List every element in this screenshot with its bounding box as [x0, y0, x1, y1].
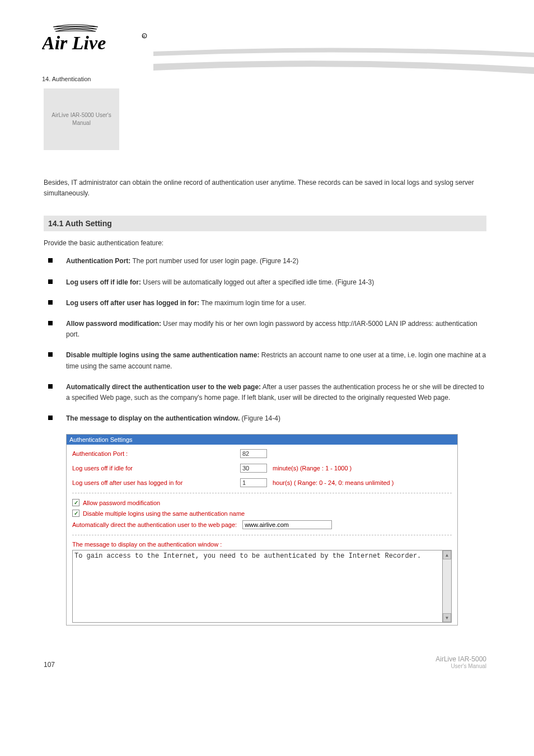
- feature-intro: Provide the basic authentication feature…: [44, 239, 486, 247]
- idle-hint: minute(s) (Range : 1 - 1000 ): [273, 465, 352, 472]
- bullet-icon: [48, 352, 53, 357]
- logged-input[interactable]: [240, 478, 267, 487]
- list-item: Allow password modification: User may mo…: [44, 319, 486, 340]
- list-item: The message to display on the authentica…: [44, 413, 486, 424]
- idle-label: Log users off if idle for: [72, 465, 240, 472]
- redirect-input[interactable]: [242, 520, 332, 529]
- logged-label: Log users off after user has logged in f…: [72, 479, 240, 486]
- msg-label: The message to display on the authentica…: [72, 541, 452, 548]
- sidebar-title-box: AirLive IAR-5000 User's Manual: [44, 88, 119, 150]
- bullet-icon: [48, 258, 53, 263]
- svg-text:Air Live: Air Live: [42, 32, 106, 53]
- bullet-icon: [48, 321, 53, 325]
- auth-port-label: Authentication Port :: [72, 450, 240, 457]
- textarea-scrollbar[interactable]: ▲ ▼: [443, 550, 452, 623]
- scroll-up-icon[interactable]: ▲: [443, 550, 451, 559]
- page-number: 107: [44, 661, 55, 669]
- list-item: Log users off if idle for: Users will be…: [44, 277, 486, 288]
- list-item: Authentication Port: The port number use…: [44, 256, 486, 267]
- footer-brand: AirLive IAR-5000: [435, 655, 486, 663]
- auth-port-input[interactable]: [240, 449, 267, 458]
- logo: Air Live R: [42, 22, 151, 56]
- bullet-icon: [48, 384, 53, 389]
- bullet-icon: [48, 416, 53, 420]
- settings-title: Authentication Settings: [67, 435, 457, 445]
- section-header: 14.1 Auth Setting: [44, 216, 486, 231]
- redirect-label: Automatically direct the authentication …: [72, 521, 237, 528]
- bullet-icon: [48, 279, 53, 284]
- list-item: Automatically direct the authentication …: [44, 382, 486, 403]
- msg-textarea[interactable]: [72, 550, 443, 623]
- allow-pwd-checkbox[interactable]: ✓: [72, 499, 79, 506]
- scroll-down-icon[interactable]: ▼: [443, 613, 451, 622]
- list-item: Disable multiple logins using the same a…: [44, 350, 486, 371]
- settings-screenshot: Authentication Settings Authentication P…: [66, 434, 458, 626]
- bullet-icon: [48, 300, 53, 305]
- disable-multi-checkbox[interactable]: ✓: [72, 510, 79, 517]
- disable-multi-label: Disable multiple logins using the same a…: [83, 510, 245, 517]
- list-item: Log users off after user has logged in f…: [44, 298, 486, 309]
- allow-pwd-label: Allow password modification: [83, 500, 160, 506]
- svg-text:R: R: [143, 35, 146, 38]
- feature-list: Authentication Port: The port number use…: [44, 256, 486, 424]
- logged-hint: hour(s) ( Range: 0 - 24, 0: means unlimi…: [273, 479, 394, 486]
- header-swoosh: [153, 45, 534, 78]
- sidebar-title-text: AirLive IAR-5000 User's Manual: [44, 111, 119, 127]
- idle-input[interactable]: [240, 464, 267, 473]
- footer-model: User's Manual: [435, 663, 486, 669]
- intro-paragraph: Besides, IT administrator can obtain the…: [44, 178, 486, 199]
